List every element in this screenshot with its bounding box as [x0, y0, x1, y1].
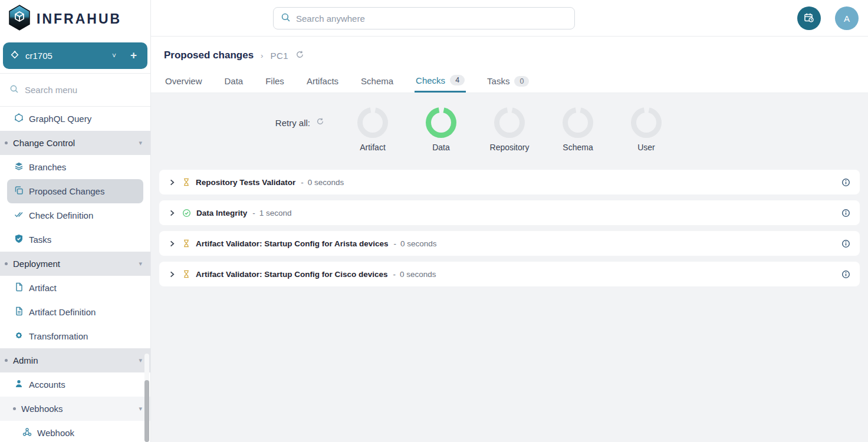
sidebar-item-label: Transformation	[29, 331, 88, 341]
tab-schema[interactable]: Schema	[360, 70, 394, 93]
add-branch-button[interactable]: +	[122, 48, 140, 64]
validator-duration: 0 seconds	[308, 178, 344, 187]
time-travel-calendar-button[interactable]	[797, 6, 821, 30]
sidebar-item-label: Proposed Changes	[29, 186, 104, 196]
tab-checks[interactable]: Checks 4	[415, 70, 466, 93]
validator-row-artifact-cisco[interactable]: Artifact Validator: Startup Config for C…	[159, 262, 860, 286]
global-search-input[interactable]	[296, 14, 555, 24]
validator-duration: 0 seconds	[400, 239, 437, 248]
validator-rings: Artifact Data Repository Schema User	[338, 106, 680, 152]
validator-row-data-integrity[interactable]: Data Integrity - 1 second	[159, 200, 860, 225]
bullet-icon	[5, 359, 8, 362]
retry-all-refresh-icon[interactable]	[316, 117, 324, 128]
validator-row-repository-tests[interactable]: Repository Tests Validator - 0 seconds	[159, 170, 860, 194]
tasks-shield-icon	[14, 234, 24, 245]
branches-icon	[14, 161, 24, 173]
progress-ring-icon	[630, 106, 663, 139]
global-search[interactable]	[273, 7, 575, 29]
sidebar-subsection-webhooks[interactable]: Webhooks ▾	[0, 397, 150, 421]
chevron-down-icon: ▾	[139, 139, 142, 147]
sidebar-item-artifact[interactable]: Artifact	[0, 276, 150, 300]
tab-artifacts[interactable]: Artifacts	[305, 70, 340, 93]
refresh-icon[interactable]	[295, 50, 304, 61]
branch-icon	[10, 50, 19, 62]
branch-chevron-down-icon[interactable]: ˅	[106, 50, 122, 62]
validators-summary: Retry all: Artifact Data Repository Sche…	[338, 106, 680, 157]
chevron-down-icon: ▾	[139, 405, 142, 413]
app-name: INFRAHUB	[37, 11, 121, 27]
sidebar-item-label: Accounts	[29, 380, 65, 390]
chevron-right-icon[interactable]	[167, 239, 176, 248]
sidebar-item-label: GraphQL Query	[29, 114, 91, 124]
validator-ring-artifact[interactable]: Artifact	[338, 106, 407, 152]
sidebar-item-transformation[interactable]: Transformation	[0, 324, 150, 348]
sidebar-item-label: Webhook	[37, 428, 74, 438]
progress-ring-icon	[493, 106, 526, 139]
tab-bar: Overview Data Files Artifacts Schema Che…	[151, 70, 868, 93]
user-avatar[interactable]: A	[835, 6, 859, 30]
sidebar-section-label: Admin	[13, 355, 139, 365]
bullet-icon	[5, 141, 8, 144]
proposed-changes-icon	[14, 186, 24, 197]
validator-ring-schema[interactable]: Schema	[544, 106, 612, 152]
sidebar-scrollbar-thumb[interactable]	[144, 380, 149, 442]
tab-tasks[interactable]: Tasks 0	[486, 70, 530, 93]
sidebar-subsection-label: Webhooks	[21, 404, 139, 414]
sidebar-item-label: Artifact Definition	[29, 307, 96, 317]
bullet-icon	[13, 407, 16, 410]
success-check-circle-icon	[182, 209, 191, 217]
sidebar-item-proposed-changes[interactable]: Proposed Changes	[7, 179, 143, 203]
calendar-clock-icon	[803, 12, 815, 25]
sidebar-item-check-definition[interactable]: Check Definition	[0, 203, 150, 227]
sidebar-item-label: Tasks	[29, 235, 51, 245]
sidebar-item-branches[interactable]: Branches	[0, 155, 150, 179]
sidebar-section-change-control[interactable]: Change Control ▾	[0, 131, 150, 155]
validator-ring-data[interactable]: Data	[407, 106, 475, 152]
sidebar-item-tasks[interactable]: Tasks	[0, 227, 150, 252]
tab-files[interactable]: Files	[264, 70, 285, 93]
pending-hourglass-icon	[182, 239, 190, 248]
sidebar-menu: GraphQL Query Change Control ▾ Branches …	[0, 107, 150, 442]
sidebar-search-input[interactable]	[25, 85, 131, 95]
breadcrumb-item[interactable]: PC1	[270, 51, 288, 61]
progress-ring-icon	[356, 106, 389, 139]
search-icon	[281, 12, 291, 25]
page-header: Proposed changes › PC1 Overview Data Fil…	[151, 37, 868, 93]
info-icon[interactable]	[841, 270, 850, 279]
branch-selector[interactable]: cr1705 ˅ +	[3, 42, 147, 69]
chevron-right-icon[interactable]	[167, 178, 176, 187]
ring-label: Repository	[490, 143, 530, 152]
validator-ring-user[interactable]: User	[612, 106, 680, 152]
info-icon[interactable]	[841, 209, 850, 217]
validator-ring-repository[interactable]: Repository	[475, 106, 544, 152]
pending-hourglass-icon	[182, 270, 190, 278]
check-definition-icon	[14, 210, 24, 221]
breadcrumb: Proposed changes › PC1	[151, 37, 868, 61]
info-icon[interactable]	[841, 178, 850, 187]
chevron-right-icon[interactable]	[167, 209, 176, 217]
sidebar-item-label: Branches	[29, 162, 66, 172]
sidebar-section-admin[interactable]: Admin ▾	[0, 348, 150, 372]
info-icon[interactable]	[841, 239, 850, 248]
sidebar-section-label: Deployment	[13, 259, 139, 269]
chevron-right-icon[interactable]	[167, 270, 176, 279]
retry-all-label: Retry all:	[275, 118, 310, 128]
sidebar-search[interactable]	[0, 74, 150, 107]
sidebar-item-graphql-query[interactable]: GraphQL Query	[0, 107, 150, 131]
page-title: Proposed changes	[164, 50, 254, 61]
checks-panel: Retry all: Artifact Data Repository Sche…	[151, 93, 868, 442]
validator-list: Repository Tests Validator - 0 seconds D…	[159, 170, 860, 286]
topbar: A	[151, 0, 868, 37]
validator-row-artifact-arista[interactable]: Artifact Validator: Startup Config for A…	[159, 231, 860, 256]
sidebar-item-accounts[interactable]: Accounts	[0, 372, 150, 397]
app-logo[interactable]: INFRAHUB	[0, 0, 150, 38]
sidebar-section-deployment[interactable]: Deployment ▾	[0, 252, 150, 276]
sidebar-item-label: Artifact	[29, 283, 57, 293]
sidebar-item-artifact-definition[interactable]: Artifact Definition	[0, 300, 150, 324]
tab-data[interactable]: Data	[223, 70, 245, 93]
ring-label: User	[637, 143, 655, 152]
ring-label: Data	[432, 143, 450, 152]
tab-overview[interactable]: Overview	[164, 70, 203, 93]
sidebar-item-webhook[interactable]: Webhook	[0, 421, 150, 442]
pending-hourglass-icon	[182, 178, 190, 186]
